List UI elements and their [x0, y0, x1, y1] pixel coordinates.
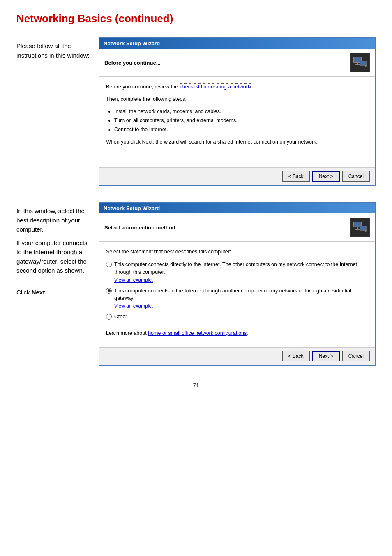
- click-next-label: Click Next.: [16, 284, 90, 297]
- bullet-2: Turn on all computers, printers, and ext…: [114, 116, 368, 125]
- wizard-footer-1: < Back Next > Cancel: [99, 167, 375, 185]
- bullet-3: Connect to the Internet.: [114, 125, 368, 134]
- bullet-1: Install the network cards, modems, and c…: [114, 107, 368, 116]
- radio-circle-1[interactable]: [106, 262, 112, 267]
- radio-text-3: Other: [114, 314, 127, 320]
- radio-text-2: This computer connects to the Internet t…: [114, 288, 351, 301]
- checklist-link[interactable]: checklist for creating a network: [180, 83, 251, 90]
- page-number: 71: [16, 382, 376, 388]
- svg-rect-14: [360, 226, 366, 230]
- section-1: Please follow all the instructions in th…: [16, 37, 376, 186]
- wizard-footer-2: < Back Next > Cancel: [99, 347, 375, 365]
- wizard-window-1: Network Setup Wizard Before you continue…: [99, 37, 376, 186]
- back-button-2[interactable]: < Back: [282, 351, 310, 361]
- radio-option-1[interactable]: This computer connects directly to the I…: [106, 261, 368, 284]
- cancel-button-2[interactable]: Cancel: [342, 351, 370, 361]
- view-example-link-2[interactable]: View an example.: [114, 302, 368, 310]
- wizard-bullets: Install the network cards, modems, and c…: [114, 107, 368, 134]
- wizard-body-para-3: When you click Next, the wizard will sea…: [106, 138, 368, 146]
- section-2: In this window, select the best descript…: [16, 202, 376, 366]
- section-2-label: In this window, select the best descript…: [16, 202, 90, 366]
- footer-info: Learn more about home or small office ne…: [106, 329, 368, 337]
- page-title: Networking Basics (continued): [16, 12, 376, 25]
- radio-text-1: This computer connects directly to the I…: [114, 262, 357, 275]
- wizard-titlebar-1: Network Setup Wizard: [99, 38, 375, 49]
- network-config-link[interactable]: home or small office network configurati…: [148, 330, 247, 336]
- svg-rect-6: [360, 61, 366, 65]
- wizard-body-1: Before you continue, review the checklis…: [99, 77, 375, 167]
- section-1-label: Please follow all the instructions in th…: [16, 37, 90, 186]
- svg-rect-12: [355, 229, 360, 230]
- radio-circle-3[interactable]: [106, 314, 112, 320]
- wizard-header-2: Select a connection method.: [99, 213, 375, 242]
- wizard-header-title-2: Select a connection method.: [104, 225, 177, 231]
- wizard-header-1: Before you continue...: [99, 49, 375, 77]
- wizard-titlebar-2: Network Setup Wizard: [99, 203, 375, 213]
- wizard-body-para-1: Before you continue, review the checklis…: [106, 83, 368, 91]
- wizard-icon-2: [350, 218, 370, 237]
- svg-rect-4: [355, 64, 360, 65]
- svg-point-7: [365, 65, 367, 67]
- back-button-1[interactable]: < Back: [282, 171, 310, 182]
- radio-option-3[interactable]: Other: [106, 313, 368, 321]
- wizard-icon-1: [350, 53, 370, 72]
- wizard-body-2: Select the statement that best describes…: [99, 242, 375, 347]
- next-button-2[interactable]: Next >: [312, 351, 340, 361]
- wizard-header-title-1: Before you continue...: [104, 60, 161, 66]
- svg-rect-11: [357, 227, 358, 229]
- connection-method-label: Select the statement that best describes…: [106, 248, 368, 256]
- radio-option-2[interactable]: This computer connects to the Internet t…: [106, 287, 368, 310]
- radio-circle-2[interactable]: [106, 288, 112, 294]
- next-button-1[interactable]: Next >: [312, 171, 340, 182]
- wizard-body-para-2: Then, complete the following steps:: [106, 95, 368, 103]
- svg-point-15: [365, 230, 367, 232]
- svg-rect-3: [357, 63, 358, 64]
- view-example-link-1[interactable]: View an example.: [114, 276, 368, 284]
- wizard-window-2: Network Setup Wizard Select a connection…: [99, 202, 376, 366]
- cancel-button-1[interactable]: Cancel: [342, 171, 370, 182]
